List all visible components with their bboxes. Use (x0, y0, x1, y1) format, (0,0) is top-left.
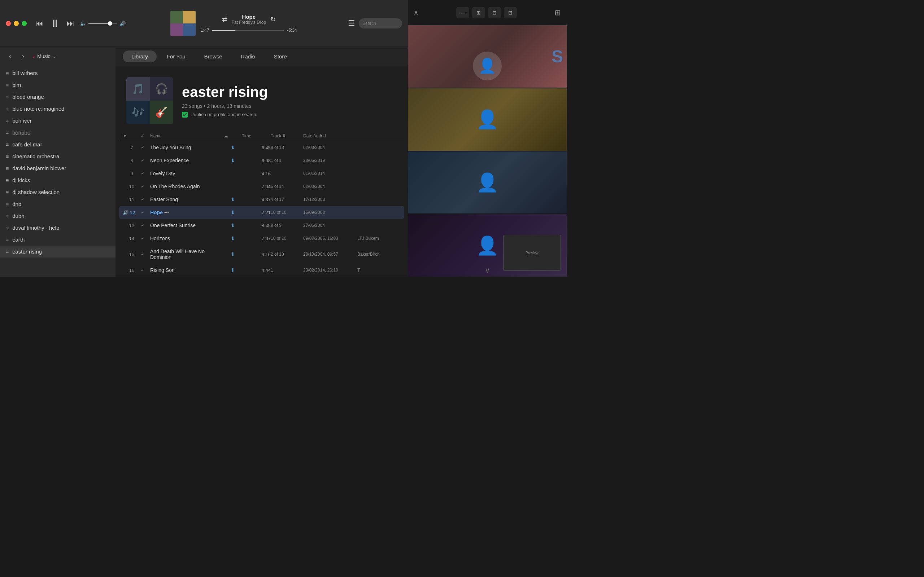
top-bar: ⏮ ⏸ ⏭ 🔈 🔊 (0, 0, 408, 47)
playlist-icon: ≡ (6, 225, 9, 231)
track-name: Lovely Day (150, 171, 224, 176)
menu-button[interactable]: ☰ (348, 19, 355, 28)
close-button[interactable] (6, 21, 11, 26)
sidebar-item-label: earth (12, 237, 24, 243)
source-label: Music (37, 53, 50, 59)
sidebar-item-duval-timothy---help[interactable]: ≡duval timothy - help (0, 222, 115, 234)
track-number: 10 (123, 184, 141, 189)
cloud-download-icon[interactable]: ⬇ (224, 251, 242, 257)
date-added-header[interactable]: Date Added (303, 134, 357, 139)
cloud-download-icon[interactable]: ⬇ (224, 267, 242, 273)
nav-forward-button[interactable]: › (18, 51, 28, 61)
sidebar-item-dnb[interactable]: ≡dnb (0, 198, 115, 210)
repeat-button[interactable]: ↻ (270, 16, 276, 23)
sidebar-item-dj-shadow-selection[interactable]: ≡dj shadow selection (0, 186, 115, 198)
sidebar-item-earth[interactable]: ≡earth (0, 234, 115, 246)
playlist-icon: ≡ (6, 82, 9, 88)
video-person-1: 👤 S (408, 25, 567, 88)
sidebar-item-blue-note-re:imagined[interactable]: ≡blue note re:imagined (0, 103, 115, 115)
cloud-download-icon[interactable]: ⬇ (224, 210, 242, 215)
sidebar-list: ≡bill withers≡blm≡blood orange≡blue note… (0, 66, 115, 259)
track-row[interactable]: 9✓Lovely Day4:1601/01/2014 (119, 167, 404, 180)
volume-slider-track[interactable] (89, 23, 117, 24)
cloud-download-icon[interactable]: ⬇ (224, 222, 242, 228)
track-check: ✓ (141, 171, 150, 176)
track-row[interactable]: 14✓Horizons⬇7:0710 of 1009/07/2005, 16:0… (119, 232, 404, 245)
forward-button[interactable]: ⏭ (65, 18, 76, 29)
track-row[interactable]: 🔊12✓Hope •••⬇7:2110 of 1015/09/2008 (119, 206, 404, 219)
track-num-header[interactable]: Track # (271, 134, 303, 139)
chevron-down-icon[interactable]: ∨ (485, 266, 490, 274)
tab-library[interactable]: Library (123, 50, 157, 62)
sidebar-item-label: blue note re:imagined (12, 106, 64, 112)
track-time: 4:16 (242, 252, 271, 257)
track-row[interactable]: 15✓And Death Will Have No Dominion⬇4:162… (119, 245, 404, 264)
sidebar: ‹ › ♪ Music ⌄ ≡bill withers≡blm≡blood or… (0, 47, 115, 277)
playlist-icon: ≡ (6, 166, 9, 171)
tracks-header: ▼ ✓ Name ☁ Time Track # Date Added (119, 131, 404, 141)
track-time: 4:16 (242, 171, 271, 176)
track-row[interactable]: 11✓Easter Song⬇4:374 of 1717/12/2003 (119, 193, 404, 206)
sidebar-item-blood-orange[interactable]: ≡blood orange (0, 91, 115, 103)
tab-browse[interactable]: Browse (195, 50, 231, 62)
track-row[interactable]: 16✓Rising Son⬇4:44123/02/2014, 20:10T (119, 264, 404, 277)
sidebar-item-label: blood orange (12, 94, 44, 100)
search-input[interactable] (359, 18, 402, 29)
track-num-info: 9 of 13 (271, 145, 303, 150)
sidebar-item-david-benjamin-blower[interactable]: ≡david benjamin blower (0, 162, 115, 174)
play-pause-button[interactable]: ⏸ (48, 17, 61, 30)
publish-checkbox[interactable] (182, 112, 188, 118)
cloud-download-icon[interactable]: ⬇ (224, 197, 242, 202)
chevron-up-icon[interactable]: ∧ (414, 9, 418, 16)
cloud-download-icon[interactable]: ⬇ (224, 145, 242, 150)
sidebar-item-easter-rising[interactable]: ≡easter rising (0, 246, 115, 258)
back-button[interactable]: ⏮ (34, 18, 45, 29)
cloud-download-icon[interactable]: ⬇ (224, 158, 242, 163)
tab-store[interactable]: Store (265, 50, 296, 62)
video-grid-button[interactable]: ⊟ (488, 7, 501, 18)
track-row[interactable]: 10✓On The Rhodes Again7:046 of 1402/03/2… (119, 180, 404, 193)
music-source[interactable]: ♪ Music ⌄ (32, 53, 56, 59)
bottom-strip (0, 277, 924, 295)
track-date: 17/12/2003 (303, 197, 357, 202)
speaker-icon: 🔊 (123, 210, 129, 215)
s-overlay: S (551, 47, 563, 66)
sidebar-item-bon-iver[interactable]: ≡bon iver (0, 115, 115, 127)
name-header[interactable]: Name (150, 134, 224, 139)
source-chevron-icon: ⌄ (53, 54, 56, 59)
sidebar-item-dubh[interactable]: ≡dubh (0, 210, 115, 222)
sidebar-item-cinematic-orchestra[interactable]: ≡cinematic orchestra (0, 150, 115, 162)
track-num-info: 6 of 14 (271, 184, 303, 189)
track-row[interactable]: 13✓One Perfect Sunrise⬇8:459 of 927/06/2… (119, 219, 404, 232)
video-tile-button[interactable]: ⊞ (472, 7, 485, 18)
track-number: 16 (123, 268, 141, 273)
time-header[interactable]: Time (242, 134, 271, 139)
video-minimize-button[interactable]: — (456, 7, 469, 18)
track-name: One Perfect Sunrise (150, 222, 224, 228)
cloud-download-icon[interactable]: ⬇ (224, 235, 242, 241)
track-number: 9 (123, 171, 141, 176)
minimize-button[interactable] (14, 21, 19, 26)
track-num-info: 10 of 10 (271, 236, 303, 241)
track-row[interactable]: 8✓Neon Experience⬇6:081 of 123/06/2019 (119, 154, 404, 167)
track-number: 11 (123, 197, 141, 202)
sidebar-item-dj-kicks[interactable]: ≡dj kicks (0, 174, 115, 186)
music-note-icon: ♪ (32, 53, 35, 59)
track-row[interactable]: 7✓The Joy You Bring⬇6:459 of 1302/03/200… (119, 141, 404, 154)
maximize-button[interactable] (22, 21, 27, 26)
sidebar-item-cafe-del-mar[interactable]: ≡cafe del mar (0, 139, 115, 150)
tab-for-you[interactable]: For You (158, 50, 194, 62)
nav-back-button[interactable]: ‹ (5, 51, 15, 61)
shuffle-button[interactable]: ⇄ (222, 16, 228, 23)
video-apps-button[interactable]: ⊡ (504, 7, 517, 18)
time-elapsed: 1:47 (201, 28, 209, 33)
sidebar-item-blm[interactable]: ≡blm (0, 79, 115, 91)
track-date: 02/03/2004 (303, 145, 357, 150)
progress-bar[interactable] (212, 30, 284, 31)
sidebar-item-bonobo[interactable]: ≡bonobo (0, 127, 115, 139)
video-panel-controls: — ⊞ ⊟ ⊡ (456, 7, 517, 18)
tab-radio[interactable]: Radio (233, 50, 264, 62)
track-options[interactable]: ••• (164, 210, 170, 215)
track-title: Hope (242, 14, 256, 20)
sidebar-item-bill-withers[interactable]: ≡bill withers (0, 67, 115, 79)
